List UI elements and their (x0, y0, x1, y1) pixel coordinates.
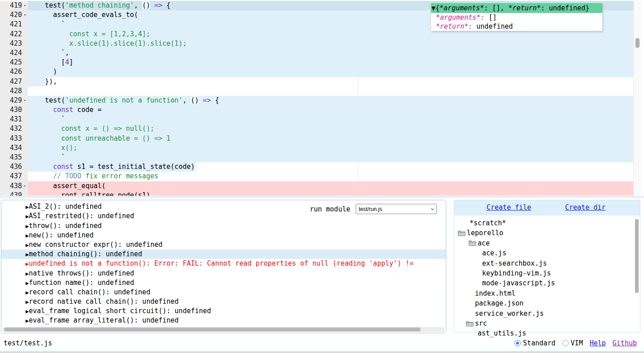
code-line[interactable]: 427 }), (0, 77, 633, 86)
help-link[interactable]: Help (590, 337, 606, 349)
console-horizontal-scrollbar[interactable] (3, 327, 444, 332)
code-content[interactable]: x(); (28, 143, 633, 153)
tree-file-item[interactable]: mode-javascript.js (454, 278, 640, 288)
code-content[interactable]: ) (28, 67, 633, 77)
highlight-marker (28, 153, 633, 162)
code-line[interactable]: 433 const unreachable = () => 1 (0, 134, 633, 143)
code-token: fix error messages (81, 172, 158, 180)
line-number-cell: 436 (0, 162, 28, 172)
tree-file-item[interactable]: index.html (454, 288, 640, 298)
code-line[interactable]: 439 root_calltree_node(s1) (0, 191, 633, 196)
code-content[interactable]: [4] (28, 58, 633, 67)
code-line[interactable]: 434 x(); (0, 143, 633, 153)
code-line[interactable]: 430 const code = (0, 105, 633, 115)
console-result-row[interactable]: ▶method chaining(): undefined (1, 250, 446, 259)
console-result-row[interactable]: ▶native throws(): undefined (1, 269, 446, 278)
code-line[interactable]: 423 x.slice(1).slice(1).slice(1); (0, 39, 633, 48)
console-result-row[interactable]: ▶record native call chain(): undefined (1, 297, 446, 306)
console-result-row[interactable]: ▶undefined is not a function(): Error: F… (1, 259, 446, 268)
tree-file-item[interactable]: package.json (454, 298, 640, 308)
console-result-row[interactable]: ▶eval_frame array_literal(): undefined (1, 316, 446, 325)
code-content[interactable]: ` (28, 115, 633, 124)
code-text: x(); (29, 144, 77, 152)
console-result-row[interactable]: ▶new constructor expr(): undefined (1, 240, 446, 250)
tooltip-header[interactable]: ▼{*arguments*: [], *return*: undefined} (431, 3, 602, 13)
code-content[interactable]: const unreachable = () => 1 (28, 134, 633, 143)
code-content[interactable]: test('undefined is not a function', () =… (28, 96, 633, 105)
code-content[interactable]: }), (28, 77, 633, 86)
keybinding-vim-option[interactable]: VIM (562, 337, 583, 349)
console-result-text: native throws(): undefined (29, 269, 134, 277)
tree-file-item[interactable]: *scratch* (454, 218, 640, 228)
tree-dir-item[interactable]: ace (454, 238, 640, 248)
console-scrollbar-thumb[interactable] (4, 327, 421, 331)
code-line[interactable]: 428 (0, 86, 633, 96)
run-module-control: run module test/run.js ⌄ (310, 204, 437, 214)
line-number: 420 (10, 10, 22, 20)
code-token: () (191, 96, 199, 104)
code-content[interactable]: const x = () => null(); (28, 124, 633, 133)
collapse-arrow-icon[interactable]: ▼ (431, 4, 435, 12)
tree-file-item[interactable]: keybinding-vim.js (454, 268, 640, 278)
file-tree-panel: Create file Create dir *scratch*leporell… (454, 200, 640, 332)
console-result-text: throw(): undefined (29, 222, 102, 230)
keybinding-standard-label: Standard (523, 337, 555, 349)
code-token: ` (29, 115, 65, 123)
code-token: 4 (65, 58, 69, 66)
code-content[interactable]: root_calltree_node(s1) (28, 191, 633, 196)
tree-file-item[interactable]: ext-searchbox.js (454, 258, 640, 268)
create-dir-link[interactable]: Create dir (565, 203, 605, 211)
fold-arrow-icon[interactable]: ▾ (22, 181, 28, 191)
console-result-row[interactable]: ▶throw(): undefined (1, 221, 446, 231)
code-token: 'method chaining' (65, 1, 134, 9)
create-file-link[interactable]: Create file (487, 203, 531, 211)
console-result-row[interactable]: ▶function name(): undefined (1, 278, 446, 288)
code-line[interactable]: 424 `, (0, 48, 633, 58)
tooltip-row: *arguments*: [] (431, 13, 602, 22)
editor-scrollbar-thumb[interactable] (635, 38, 640, 48)
tree-file-item[interactable]: service_worker.js (454, 309, 640, 319)
code-token: test( (29, 96, 65, 104)
run-module-select[interactable]: test/run.js (356, 204, 437, 214)
radio-unselected-icon[interactable] (562, 340, 569, 346)
tree-dir-item[interactable]: src (454, 319, 640, 328)
code-content[interactable] (28, 86, 633, 96)
code-line[interactable]: 431 ` (0, 115, 633, 124)
tooltip-value: [] (484, 13, 496, 22)
code-token (29, 172, 53, 180)
code-content[interactable]: const s1 = test_initial_state(code) (28, 162, 633, 172)
code-line[interactable]: 438▾ assert_equal( (0, 181, 633, 191)
fold-arrow-icon[interactable]: ▾ (22, 96, 28, 105)
fold-arrow-icon[interactable]: ▾ (22, 1, 28, 10)
code-content[interactable]: // TODO fix error messages (28, 172, 633, 181)
code-line[interactable]: 435 ` (0, 153, 633, 162)
console-result-row[interactable]: ▶eval_frame logical short circuit(): und… (1, 306, 446, 316)
fold-arrow-icon[interactable]: ▾ (22, 10, 28, 20)
keybinding-vim-label: VIM (571, 337, 583, 349)
code-line[interactable]: 426 ) (0, 67, 633, 77)
tree-file-item[interactable]: ace.js (454, 248, 640, 258)
code-line[interactable]: 425 [4] (0, 58, 633, 67)
github-link[interactable]: Github (613, 337, 637, 349)
code-content[interactable]: `, (28, 48, 633, 58)
code-text: ` (29, 153, 65, 161)
tree-dir-item[interactable]: leporello (454, 228, 640, 238)
editor-scrollbar[interactable] (633, 0, 641, 196)
code-line[interactable]: 437 // TODO fix error messages (0, 172, 633, 181)
code-content[interactable]: const code = (28, 105, 633, 115)
keybinding-standard-option[interactable]: Standard (514, 337, 555, 349)
code-content[interactable]: assert_equal( (28, 181, 633, 191)
code-content[interactable]: x.slice(1).slice(1).slice(1); (28, 39, 633, 48)
code-line[interactable]: 432 const x = () => null(); (0, 124, 633, 133)
line-number: 433 (10, 134, 22, 143)
radio-selected-icon[interactable] (514, 340, 521, 346)
code-content[interactable]: ` (28, 153, 633, 162)
console-result-row[interactable]: ▶record call chain(): undefined (1, 288, 446, 297)
code-text: assert_equal( (29, 182, 106, 190)
code-text: [4] (29, 58, 73, 66)
console-result-row[interactable]: ▶new(): undefined (1, 231, 446, 240)
file-tree-scrollbar-thumb[interactable] (635, 219, 639, 293)
line-number-cell: 439 (0, 191, 28, 196)
code-line[interactable]: 429▾ test('undefined is not a function',… (0, 96, 633, 105)
code-line[interactable]: 436 const s1 = test_initial_state(code) (0, 162, 633, 172)
